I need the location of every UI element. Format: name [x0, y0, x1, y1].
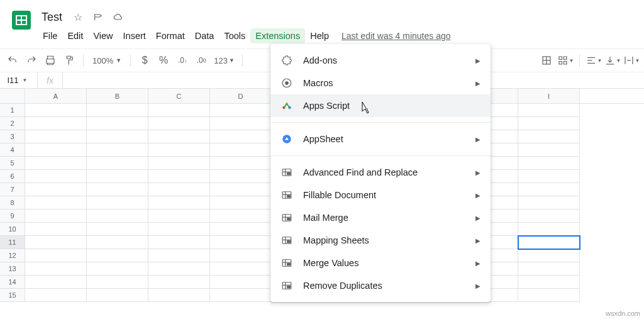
cell[interactable]	[148, 196, 210, 210]
cell[interactable]	[25, 143, 87, 157]
menu-item-appsheet[interactable]: AppSheet▶	[270, 128, 491, 150]
row-header[interactable]: 11	[0, 236, 25, 249]
menu-format[interactable]: Format	[151, 28, 190, 43]
cell[interactable]	[148, 143, 210, 157]
row-header[interactable]: 6	[0, 170, 25, 183]
paint-format-button[interactable]	[60, 52, 78, 69]
cell[interactable]	[87, 236, 148, 249]
cell[interactable]	[25, 104, 87, 117]
cloud-status-icon[interactable]	[113, 11, 124, 23]
name-box[interactable]: I11▼	[0, 72, 38, 88]
cell[interactable]	[87, 289, 148, 302]
cell[interactable]	[25, 223, 87, 236]
menu-item-mapping-sheets[interactable]: Mapping Sheets▶	[270, 229, 491, 252]
cell[interactable]	[518, 117, 580, 130]
column-header[interactable]: I	[518, 89, 580, 103]
row-header[interactable]: 3	[0, 130, 25, 143]
cell[interactable]	[87, 223, 148, 236]
cell[interactable]	[87, 276, 148, 289]
cell[interactable]	[87, 170, 148, 183]
vertical-align-button[interactable]: ▼	[604, 52, 621, 69]
cell[interactable]	[25, 157, 87, 170]
cell[interactable]	[87, 210, 148, 223]
row-header[interactable]: 4	[0, 143, 25, 157]
cell[interactable]	[518, 170, 580, 183]
cell[interactable]	[25, 236, 87, 249]
cell[interactable]	[87, 143, 148, 157]
cell[interactable]	[25, 276, 87, 289]
text-wrap-button[interactable]: ▼	[623, 52, 640, 69]
menu-data[interactable]: Data	[190, 28, 219, 43]
cell[interactable]	[518, 249, 580, 262]
menu-extensions[interactable]: Extensions	[250, 28, 305, 43]
menu-item-remove-duplicates[interactable]: Remove Duplicates▶	[270, 274, 491, 297]
row-header[interactable]: 5	[0, 157, 25, 170]
cell[interactable]	[518, 236, 580, 249]
row-header[interactable]: 7	[0, 183, 25, 196]
cell[interactable]	[25, 262, 87, 276]
cell[interactable]	[518, 289, 580, 302]
cell[interactable]	[148, 249, 210, 262]
move-icon[interactable]	[92, 11, 104, 23]
horizontal-align-button[interactable]: ▼	[585, 52, 602, 69]
cell[interactable]	[210, 276, 272, 289]
cell[interactable]	[210, 210, 272, 223]
row-header[interactable]: 15	[0, 289, 25, 302]
menu-item-add-ons[interactable]: Add-ons▶	[270, 49, 491, 72]
menu-item-advanced-find-and-replace[interactable]: Advanced Find and Replace▶	[270, 161, 491, 184]
column-header[interactable]: A	[25, 89, 87, 103]
cell[interactable]	[518, 183, 580, 196]
row-header[interactable]: 14	[0, 276, 25, 289]
menu-insert[interactable]: Insert	[118, 28, 151, 43]
cell[interactable]	[25, 117, 87, 130]
cell[interactable]	[210, 196, 272, 210]
cell[interactable]	[25, 170, 87, 183]
cell[interactable]	[87, 183, 148, 196]
menu-edit[interactable]: Edit	[62, 28, 88, 43]
cell[interactable]	[148, 223, 210, 236]
borders-button[interactable]	[538, 52, 555, 69]
increase-decimals-button[interactable]: .00	[192, 52, 210, 69]
more-formats-button[interactable]: 123▼	[211, 56, 237, 65]
menu-tools[interactable]: Tools	[219, 28, 250, 43]
cell[interactable]	[518, 130, 580, 143]
row-header[interactable]: 2	[0, 117, 25, 130]
sheets-logo-icon[interactable]	[9, 8, 34, 33]
cell[interactable]	[148, 104, 210, 117]
cell[interactable]	[25, 210, 87, 223]
zoom-select[interactable]: 100%▼	[89, 56, 125, 65]
cell[interactable]	[25, 196, 87, 210]
cell[interactable]	[87, 249, 148, 262]
cell[interactable]	[87, 130, 148, 143]
cell[interactable]	[148, 289, 210, 302]
cell[interactable]	[148, 157, 210, 170]
row-header[interactable]: 9	[0, 210, 25, 223]
cell[interactable]	[148, 130, 210, 143]
menu-item-merge-values[interactable]: Merge Values▶	[270, 252, 491, 274]
cell[interactable]	[518, 276, 580, 289]
cell[interactable]	[25, 249, 87, 262]
select-all-corner[interactable]	[0, 89, 25, 103]
cell[interactable]	[518, 223, 580, 236]
print-button[interactable]	[42, 52, 59, 69]
cell[interactable]	[210, 236, 272, 249]
cell[interactable]	[87, 104, 148, 117]
menu-item-macros[interactable]: Macros▶	[270, 72, 491, 94]
menu-item-apps-script[interactable]: Apps Script	[270, 94, 491, 117]
cell[interactable]	[148, 170, 210, 183]
decrease-decimals-button[interactable]: .0↓	[174, 52, 191, 69]
row-header[interactable]: 12	[0, 249, 25, 262]
cell[interactable]	[210, 249, 272, 262]
row-header[interactable]: 10	[0, 223, 25, 236]
cell[interactable]	[87, 262, 148, 276]
cell[interactable]	[148, 276, 210, 289]
cell[interactable]	[210, 289, 272, 302]
cell[interactable]	[148, 210, 210, 223]
cell[interactable]	[25, 130, 87, 143]
menu-file[interactable]: File	[38, 28, 62, 43]
cell[interactable]	[148, 236, 210, 249]
doc-title[interactable]: Test	[38, 9, 66, 25]
cell[interactable]	[518, 210, 580, 223]
cell[interactable]	[148, 183, 210, 196]
cell[interactable]	[210, 183, 272, 196]
